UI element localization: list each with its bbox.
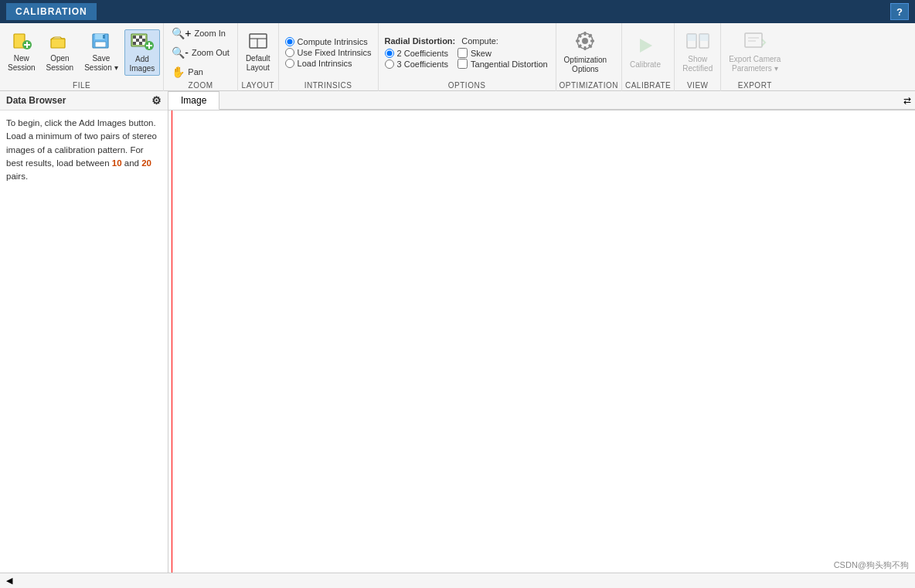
red-vertical-line [172, 110, 172, 573]
main-area: Data Browser ⚙ To begin, click the Add I… [0, 91, 915, 573]
calibrate-label: Calibrate [630, 60, 661, 70]
optimization-options-label: OptimizationOptions [564, 56, 607, 74]
export-group: Export CameraParameters ▾ EXPORT [721, 23, 788, 93]
zoom-group: 🔍+ Zoom In 🔍- Zoom Out ✋ Pan ZOOM [164, 23, 238, 93]
compute-intrinsics-radio[interactable]: Compute Intrinsics [285, 37, 372, 46]
intrinsics-items: Compute Intrinsics Use Fixed Intrinsics … [285, 25, 372, 80]
two-coeff-label: 2 Coefficients [397, 49, 448, 58]
new-session-label: NewSession [8, 54, 36, 73]
add-images-icon [131, 32, 154, 53]
default-layout-label: DefaultLayout [246, 54, 270, 73]
calibrate-button[interactable]: Calibrate [625, 29, 665, 76]
title-tab: CALIBRATION [6, 3, 97, 20]
pan-icon: ✋ [172, 66, 185, 78]
save-session-icon [91, 32, 111, 53]
default-layout-button[interactable]: DefaultLayout [241, 29, 275, 76]
save-session-button[interactable]: SaveSession ▾ [80, 29, 122, 76]
toolbar-top: NewSession OpenSession [0, 23, 915, 93]
export-camera-params-button[interactable]: Export CameraParameters ▾ [724, 29, 785, 76]
default-layout-icon [248, 32, 268, 53]
content-body [168, 110, 915, 573]
calibrate-group: Calibrate CALIBRATE [622, 23, 675, 93]
options-group: Radial Distortion: Compute: 2 Coefficien… [379, 23, 556, 93]
view-group-items: ShowRectified [678, 25, 717, 80]
export-camera-params-icon [743, 32, 767, 53]
tangential-distortion-label: Tangential Distortion [471, 59, 548, 69]
three-coeff-radio[interactable]: 3 Coefficients Tangential Distortion [385, 59, 549, 69]
svg-rect-20 [136, 42, 139, 45]
file-group: NewSession OpenSession [0, 23, 164, 93]
use-fixed-intrinsics-radio[interactable]: Use Fixed Intrinsics [285, 48, 372, 57]
add-images-label: AddImages [130, 55, 155, 73]
zoom-group-label: ZOOM [167, 80, 234, 91]
bottom-bar: ◀ [0, 573, 915, 588]
use-fixed-intrinsics-label: Use Fixed Intrinsics [298, 48, 372, 57]
layout-group-items: DefaultLayout [241, 25, 275, 80]
layout-group: DefaultLayout LAYOUT [238, 23, 279, 93]
tabs-scroll-icon[interactable]: ⇄ [900, 91, 915, 110]
calibrate-group-label: CALIBRATE [625, 80, 671, 91]
export-group-items: Export CameraParameters ▾ [724, 25, 785, 80]
optimization-options-button[interactable]: OptimizationOptions [560, 29, 612, 76]
load-intrinsics-radio[interactable]: Load Intrinsics [285, 59, 372, 68]
sidebar-content: To begin, click the Add Images button. L… [0, 110, 168, 189]
show-rectified-label: ShowRectified [682, 55, 713, 73]
svg-rect-13 [139, 36, 142, 39]
show-rectified-button[interactable]: ShowRectified [678, 29, 717, 76]
compute-intrinsics-label: Compute Intrinsics [298, 37, 368, 46]
content-area: Image ⇄ [168, 91, 915, 573]
zoom-out-label: Zoom Out [192, 48, 230, 57]
optimization-group-items: OptimizationOptions [560, 25, 618, 80]
compute-label: Compute: [461, 36, 498, 46]
zoom-in-icon: 🔍+ [172, 27, 191, 39]
title-bar: CALIBRATION ? [0, 0, 915, 23]
three-coeff-label: 3 Coefficients [397, 59, 448, 69]
open-session-icon [49, 32, 70, 53]
sidebar-header: Data Browser ⚙ [0, 91, 168, 110]
svg-rect-21 [139, 42, 142, 45]
view-group: ShowRectified VIEW [675, 23, 721, 93]
scroll-left-arrow[interactable]: ◀ [3, 576, 15, 586]
image-tab[interactable]: Image [168, 91, 219, 110]
add-images-button[interactable]: AddImages [124, 29, 161, 76]
sidebar: Data Browser ⚙ To begin, click the Add I… [0, 91, 168, 573]
help-button[interactable]: ? [890, 3, 909, 20]
svg-rect-31 [584, 32, 587, 36]
sidebar-suffix: pairs. [6, 172, 28, 181]
svg-rect-17 [139, 39, 142, 42]
calibrate-group-items: Calibrate [625, 25, 671, 80]
view-group-label: VIEW [678, 80, 717, 91]
load-intrinsics-label: Load Intrinsics [298, 59, 352, 68]
pan-label: Pan [188, 67, 203, 76]
svg-rect-19 [133, 42, 136, 45]
zoom-out-button[interactable]: 🔍- Zoom Out [167, 44, 234, 61]
new-session-button[interactable]: NewSession [3, 29, 40, 76]
pan-button[interactable]: ✋ Pan [167, 63, 208, 80]
zoom-out-icon: 🔍- [172, 46, 189, 59]
optimization-options-icon [575, 31, 595, 54]
svg-rect-8 [103, 35, 105, 39]
zoom-in-label: Zoom In [195, 29, 226, 38]
intrinsics-group-label: INTRINSICS [285, 80, 372, 91]
sidebar-settings-icon[interactable]: ⚙ [151, 94, 162, 107]
open-session-button[interactable]: OpenSession [42, 29, 79, 76]
svg-rect-26 [250, 34, 267, 48]
content-tabs: Image ⇄ [168, 91, 915, 110]
file-group-items: NewSession OpenSession [3, 25, 160, 80]
optimization-group: OptimizationOptions OPTIMIZATION [556, 23, 622, 93]
skew-label: Skew [471, 49, 492, 58]
svg-rect-12 [136, 36, 139, 39]
svg-rect-33 [590, 40, 594, 42]
zoom-in-button[interactable]: 🔍+ Zoom In [167, 25, 230, 42]
show-rectified-icon [686, 32, 709, 53]
svg-rect-15 [133, 39, 136, 42]
save-session-label: SaveSession ▾ [84, 54, 117, 73]
options-group-label: OPTIONS [385, 80, 549, 91]
radial-options: 2 Coefficients Skew 3 Coefficients Tange… [385, 48, 549, 69]
watermark: CSDN@狗头狗不狗 [834, 559, 909, 571]
zoom-group-items: 🔍+ Zoom In 🔍- Zoom Out ✋ Pan [167, 25, 234, 80]
layout-group-label: LAYOUT [241, 80, 275, 91]
two-coeff-radio[interactable]: 2 Coefficients Skew [385, 48, 549, 58]
file-group-label: FILE [3, 80, 160, 91]
optimization-group-label: OPTIMIZATION [560, 80, 618, 91]
